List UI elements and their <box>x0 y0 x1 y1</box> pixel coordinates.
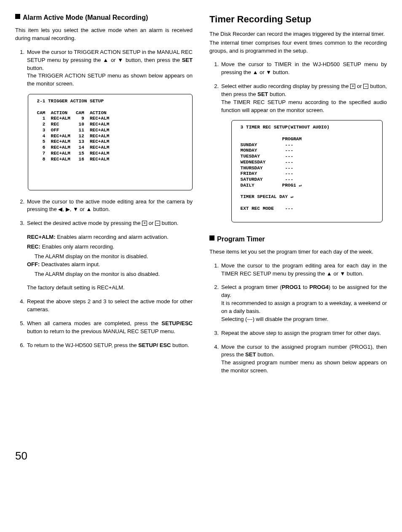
step-number: 5. <box>15 320 27 336</box>
def-text: Enables only alarm recording. <box>40 243 115 250</box>
step-body: Move the cursor to TIMER in the WJ-HD500… <box>221 61 387 77</box>
square-bullet-icon <box>209 235 214 241</box>
step-number: 2. <box>209 283 221 323</box>
timer-steps: 1. Move the cursor to TIMER in the WJ-HD… <box>209 61 387 114</box>
plus-icon: + <box>142 221 147 226</box>
step-body: Select the desired active mode by pressi… <box>27 219 193 227</box>
step-body: Move the cursor to the program editing a… <box>221 262 387 278</box>
alarm-mode-steps-cont2: 4. Repeat the above steps 2 and 3 to sel… <box>15 298 193 349</box>
alarm-mode-intro: This item lets you select the active mod… <box>15 27 193 43</box>
heading-text: Alarm Active Mode (Manual Recording) <box>23 13 148 22</box>
timer-intro-2: The internal timer comprises four event … <box>209 39 387 55</box>
step-body: Select a program timer (PROG1 to PROG4) … <box>221 283 387 323</box>
step-number: 1. <box>15 48 27 88</box>
step-number: 2. <box>15 198 27 214</box>
def-text: Enables alarm recording and alarm activa… <box>56 234 169 240</box>
mode-definitions: REC+ALM: Enables alarm recording and ala… <box>27 233 193 292</box>
step-number: 6. <box>15 342 27 350</box>
heading-text: Program Timer <box>217 234 265 244</box>
def-subtext: The ALARM display on the monitor is disa… <box>35 253 193 261</box>
timer-rec-setup-screen: 3 TIMER REC SETUP(WITHOUT AUDIO) PROGRAM… <box>231 120 383 222</box>
step-number: 4. <box>209 343 221 375</box>
step-number: 1. <box>209 61 221 77</box>
def-text: Deactivates alarm input. <box>40 261 100 267</box>
def-label: REC: <box>27 243 40 250</box>
step-body: Repeat the above step to assign the prog… <box>221 329 387 337</box>
alarm-active-mode-heading: Alarm Active Mode (Manual Recording) <box>15 13 193 22</box>
def-label: REC+ALM: <box>27 234 56 240</box>
step-body: When all camera modes are completed, pre… <box>27 320 193 336</box>
step-body: Select either audio recording display by… <box>221 83 387 114</box>
program-timer-intro: These items let you set the program time… <box>209 248 387 256</box>
step-body: Repeat the above steps 2 and 3 to select… <box>27 298 193 314</box>
timer-intro-1: The Disk Recorder can record the images … <box>209 30 387 38</box>
trigger-action-setup-screen: 2-1 TRIGGER ACTION SETUP CAM ACTION CAM … <box>28 94 193 190</box>
def-label: OFF: <box>27 261 40 267</box>
step-number: 3. <box>15 219 27 227</box>
step-body: Move the cursor to the assigned program … <box>221 343 387 375</box>
step-number: 4. <box>15 298 27 314</box>
program-timer-steps: 1. Move the cursor to the program editin… <box>209 262 387 375</box>
program-timer-heading: Program Timer <box>209 234 387 244</box>
plus-icon: + <box>350 84 355 89</box>
right-column: Timer Recording Setup The Disk Recorder … <box>209 13 387 381</box>
step-body: To return to the WJ-HD500 SETUP, press t… <box>27 342 193 350</box>
square-bullet-icon <box>15 14 20 19</box>
alarm-mode-steps: 1. Move the cursor to TRIGGER ACTION SET… <box>15 48 193 88</box>
left-column: Alarm Active Mode (Manual Recording) Thi… <box>15 13 193 381</box>
def-subtext: The ALARM display on the monitor is also… <box>35 270 193 278</box>
minus-icon: – <box>363 84 368 89</box>
step-body: Move the cursor to the active mode editi… <box>27 198 193 214</box>
factory-default-note: The factory default setting is REC+ALM. <box>27 284 193 292</box>
alarm-mode-steps-cont: 2. Move the cursor to the active mode ed… <box>15 198 193 228</box>
step-number: 2. <box>209 83 221 114</box>
step-number: 1. <box>209 262 221 278</box>
minus-icon: – <box>155 221 160 226</box>
step-body: Move the cursor to TRIGGER ACTION SETUP … <box>27 48 193 88</box>
timer-recording-setup-heading: Timer Recording Setup <box>209 13 387 26</box>
step-number: 3. <box>209 329 221 337</box>
page-number: 50 <box>15 448 387 464</box>
